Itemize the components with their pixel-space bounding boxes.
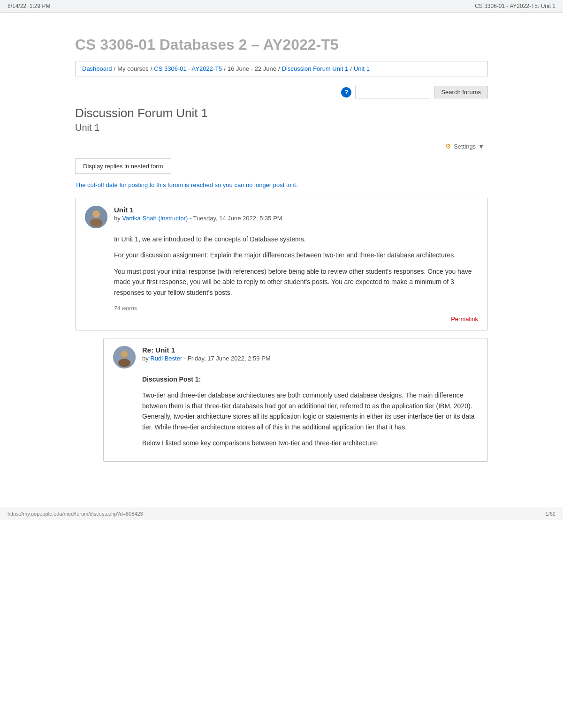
- display-replies-button[interactable]: Display replies in nested form: [75, 158, 171, 174]
- settings-button[interactable]: ⚙ Settings ▼: [441, 141, 488, 152]
- post-content-2: Discussion Post 1: Two-tier and three-ti…: [142, 374, 478, 448]
- post-author-link-1[interactable]: Vartika Shah (Instructor): [122, 215, 188, 222]
- avatar-instructor: [85, 206, 107, 228]
- footer-url: https://my.uopeople.edu/mod/forum/discus…: [8, 511, 143, 517]
- post-meta-2: Re: Unit 1 by Rudi Bester - Friday, 17 J…: [142, 346, 271, 362]
- search-button[interactable]: Search forums: [434, 86, 488, 98]
- avatar-student: [113, 346, 136, 368]
- browser-page-title: CS 3306-01 - AY2022-T5: Unit 1: [475, 3, 555, 9]
- post-header-1: Unit 1 by Vartika Shah (Instructor) - Tu…: [85, 206, 478, 228]
- permalink-link-1[interactable]: Permalink: [451, 315, 478, 323]
- post-paragraph-1-2: For your discussion assignment: Explain …: [114, 250, 478, 260]
- forum-title: Discussion Forum Unit 1: [75, 106, 488, 120]
- word-count-1: 74 words: [114, 305, 478, 312]
- avatar-svg-1: [85, 206, 107, 228]
- post-title-2: Re: Unit 1: [142, 346, 271, 354]
- search-help-icon[interactable]: ?: [341, 87, 351, 98]
- post-paragraph-2-2: Two-tier and three-tier database archite…: [142, 390, 478, 432]
- cutoff-notice: The cut-off date for posting to this for…: [75, 181, 488, 188]
- post-paragraph-2-3: Below I listed some key comparisons betw…: [142, 438, 478, 448]
- gear-icon: ⚙: [445, 143, 451, 150]
- chevron-down-icon: ▼: [478, 143, 484, 150]
- footer-page-count: 1/62: [546, 511, 555, 517]
- post-card-2: Re: Unit 1 by Rudi Bester - Friday, 17 J…: [103, 338, 488, 462]
- post-header-2: Re: Unit 1 by Rudi Bester - Friday, 17 J…: [113, 346, 478, 368]
- post-date-1: Tuesday, 14 June 2022, 5:35 PM: [193, 215, 282, 222]
- breadcrumb-mycourses: My courses: [117, 65, 148, 72]
- settings-label: Settings: [454, 143, 476, 150]
- breadcrumb-course[interactable]: CS 3306-01 - AY2022-T5: [154, 65, 222, 72]
- search-area: ? Search forums: [75, 86, 488, 98]
- author-line-2: by Rudi Bester - Friday, 17 June 2022, 2…: [142, 355, 271, 362]
- browser-timestamp: 8/14/22, 1:29 PM: [8, 3, 50, 9]
- page-title: CS 3306-01 Databases 2 – AY2022-T5: [75, 36, 488, 53]
- breadcrumb-dashboard[interactable]: Dashboard: [82, 65, 112, 72]
- breadcrumb: Dashboard / My courses / CS 3306-01 - AY…: [75, 61, 488, 76]
- author-line-1: by Vartika Shah (Instructor) - Tuesday, …: [114, 215, 282, 222]
- svg-point-7: [121, 351, 128, 357]
- avatar-svg-2: [113, 346, 136, 368]
- breadcrumb-unit[interactable]: Unit 1: [354, 65, 370, 72]
- post-content-1: In Unit 1, we are introduced to the conc…: [114, 234, 478, 298]
- breadcrumb-forum[interactable]: Discussion Forum Unit 1: [282, 65, 349, 72]
- post-paragraph-1-1: In Unit 1, we are introduced to the conc…: [114, 234, 478, 244]
- svg-point-3: [93, 210, 99, 217]
- post-paragraph-2-1: Discussion Post 1:: [142, 374, 478, 384]
- permalink-1: Permalink: [85, 315, 478, 323]
- post-paragraph-1-3: You must post your initial response (wit…: [114, 266, 478, 298]
- browser-bar: 8/14/22, 1:29 PM CS 3306-01 - AY2022-T5:…: [0, 0, 563, 13]
- post-date-2: Friday, 17 June 2022, 2:59 PM: [188, 355, 271, 362]
- footer-bar: https://my.uopeople.edu/mod/forum/discus…: [0, 507, 563, 520]
- svg-point-2: [90, 218, 102, 227]
- post-title-1: Unit 1: [114, 206, 282, 214]
- post-meta-1: Unit 1 by Vartika Shah (Instructor) - Tu…: [114, 206, 282, 222]
- search-input[interactable]: [355, 86, 430, 98]
- page-wrapper: CS 3306-01 Databases 2 – AY2022-T5 Dashb…: [56, 13, 507, 488]
- settings-bar: ⚙ Settings ▼: [75, 141, 488, 152]
- post-author-link-2[interactable]: Rudi Bester: [150, 355, 182, 362]
- svg-point-6: [118, 359, 130, 367]
- forum-subtitle: Unit 1: [75, 122, 488, 133]
- display-replies-container: Display replies in nested form: [75, 158, 488, 181]
- breadcrumb-week: 16 June - 22 June: [228, 65, 276, 72]
- post-card-1: Unit 1 by Vartika Shah (Instructor) - Tu…: [75, 198, 488, 330]
